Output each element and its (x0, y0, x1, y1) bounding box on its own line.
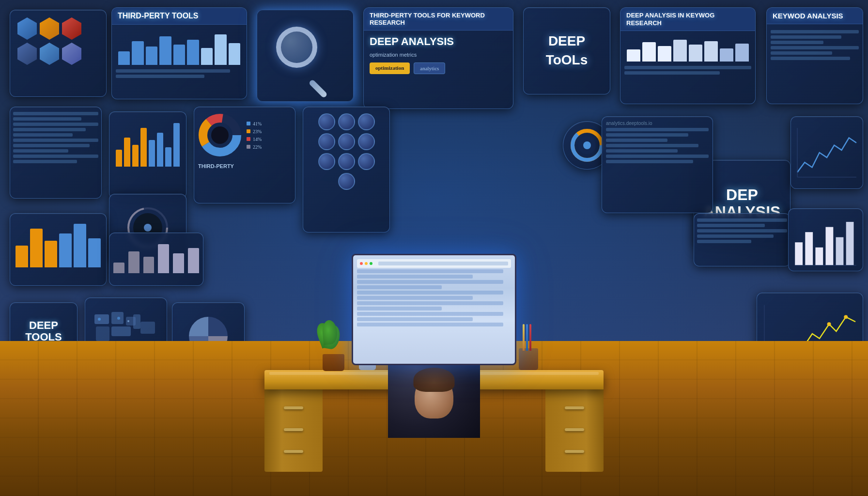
main-monitor (352, 254, 516, 365)
monitor-row (357, 269, 503, 273)
icon-button[interactable] (318, 133, 335, 150)
icon-button[interactable] (318, 113, 335, 130)
data-row (13, 139, 98, 142)
bar-chart-bottom (13, 217, 103, 270)
data-row (697, 218, 787, 222)
bar-blue (157, 133, 163, 167)
data-row (697, 224, 765, 227)
circle-logo-svg (570, 128, 604, 162)
icon-button[interactable] (338, 133, 355, 150)
deep-tools-bottom-text: DEEP TOOLS (25, 320, 62, 343)
svg-rect-32 (96, 326, 109, 341)
drawer-handle (565, 406, 584, 409)
bar-item (128, 251, 140, 273)
monitor-row (357, 307, 442, 310)
data-row (13, 133, 73, 137)
svg-rect-17 (815, 248, 823, 265)
deep-analysis-chart (624, 35, 751, 64)
bar-orange (124, 138, 130, 167)
hex-item (62, 17, 81, 40)
panel-keyword-subtitle: DEEP ANALYSIS (370, 35, 507, 48)
monitor-row (357, 275, 473, 279)
icon-button[interactable] (318, 153, 335, 170)
bar-chart-svg-right (791, 212, 860, 268)
legend-item: 22% (247, 144, 291, 150)
icon-button[interactable] (358, 113, 375, 130)
panel-data-table-right (694, 213, 790, 266)
bar-item (627, 49, 640, 62)
data-row (13, 117, 81, 121)
monitor-row (357, 291, 503, 294)
pencil (523, 324, 525, 351)
panel-hexagons (10, 10, 107, 97)
line-chart-svg-right (795, 121, 859, 185)
hex-item (17, 17, 37, 40)
bar-item (188, 248, 199, 274)
data-row (771, 46, 859, 49)
svg-rect-31 (140, 322, 155, 334)
icon-button[interactable] (338, 173, 355, 190)
panel-donut-chart: 41% 23% 14% 22% THIRD-P (194, 107, 295, 203)
icon-button[interactable] (358, 133, 375, 150)
data-row (13, 149, 68, 153)
svg-rect-29 (111, 326, 131, 336)
data-row (771, 57, 850, 60)
icon-button[interactable] (358, 153, 375, 170)
svg-point-35 (127, 320, 129, 322)
monitor-row (357, 312, 503, 316)
donut-label: THIRD-PERTY (194, 163, 295, 173)
legend-item: 23% (247, 129, 291, 134)
data-row (697, 240, 751, 243)
svg-rect-20 (846, 222, 854, 265)
data-row (606, 160, 693, 163)
keyword-button-primary[interactable]: optimization (370, 62, 410, 74)
legend-color (247, 129, 250, 133)
bar-item (673, 40, 687, 62)
plant-decoration (323, 354, 344, 371)
bar-item (113, 263, 124, 274)
legend-color (247, 122, 250, 125)
data-row (697, 234, 774, 238)
bar-item (720, 48, 733, 62)
legend-color (247, 137, 250, 141)
bar-blue (59, 233, 72, 267)
data-row (606, 149, 678, 153)
drawer-handle (565, 428, 584, 431)
panel-deep-analysis-kw-title: DEEP ANALYSIS IN KEYWOG RESEARCH (620, 8, 755, 31)
icon-button[interactable] (338, 153, 355, 170)
panel-bar-chart-bottom-right (788, 208, 863, 271)
monitor-toolbar (357, 259, 511, 268)
svg-rect-26 (94, 314, 109, 324)
bar-blue (149, 140, 155, 167)
person-hair (414, 368, 455, 392)
data-row (771, 35, 841, 39)
svg-point-33 (98, 318, 101, 321)
data-row (771, 30, 859, 33)
bar-orange (16, 246, 28, 267)
panel-keyword-research: THIRD-PERTY TOOLS FOR KEYWORD RESEARCH D… (363, 7, 513, 109)
monitor-row (357, 317, 473, 321)
cup (519, 348, 538, 370)
mini-bar-chart (116, 29, 243, 67)
keyword-button-secondary[interactable]: analytics (414, 62, 445, 74)
panel-bar-chart-bottom (10, 213, 107, 286)
bar-blue (173, 123, 180, 167)
svg-rect-16 (805, 232, 813, 265)
bar-item (689, 45, 702, 62)
svg-rect-30 (133, 314, 140, 329)
icon-button[interactable] (338, 113, 355, 130)
data-row (606, 128, 709, 131)
hex-item (40, 17, 59, 40)
data-row (116, 69, 230, 73)
bar-item (201, 48, 213, 65)
bar-item (173, 253, 184, 273)
data-row (606, 139, 667, 142)
svg-rect-18 (826, 227, 834, 265)
panel-line-chart-right (790, 116, 863, 189)
panel-third-title: THIRD-PERTY TOOLS (112, 8, 247, 25)
data-row (13, 160, 77, 163)
toolbar-close-dot (360, 262, 363, 265)
deep-tools-line1: DEEP (548, 34, 585, 49)
legend-color (247, 145, 250, 149)
monitor-row (357, 285, 442, 289)
